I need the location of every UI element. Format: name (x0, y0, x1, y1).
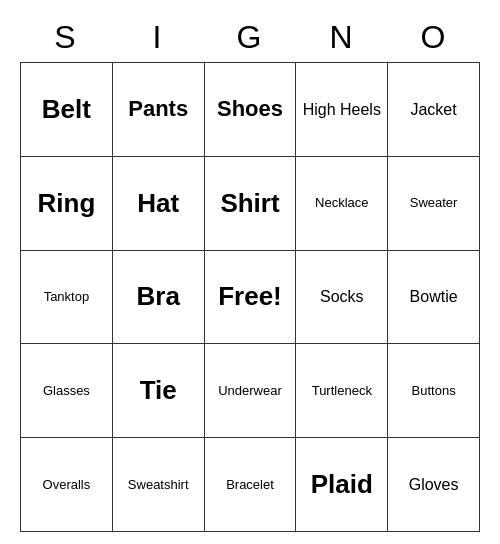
grid-cell[interactable]: Shirt (205, 157, 297, 251)
grid-cell[interactable]: Bra (113, 251, 205, 345)
cell-label: Tie (140, 375, 177, 406)
grid-cell[interactable]: Bowtie (388, 251, 480, 345)
bingo-header: SIGNO (20, 12, 480, 62)
cell-label: Necklace (315, 195, 368, 211)
cell-label: Ring (38, 188, 96, 219)
header-letter: G (204, 12, 296, 62)
cell-label: Plaid (311, 469, 373, 500)
cell-label: Free! (218, 281, 282, 312)
grid-cell[interactable]: Sweater (388, 157, 480, 251)
grid-cell[interactable]: Turtleneck (296, 344, 388, 438)
grid-cell[interactable]: Tie (113, 344, 205, 438)
bingo-card: SIGNO BeltPantsShoesHigh HeelsJacketRing… (20, 12, 480, 532)
cell-label: Pants (128, 96, 188, 122)
cell-label: Belt (42, 94, 91, 125)
cell-label: Glasses (43, 383, 90, 399)
cell-label: Bowtie (410, 287, 458, 306)
cell-label: Gloves (409, 475, 459, 494)
header-letter: I (112, 12, 204, 62)
grid-cell[interactable]: Ring (21, 157, 113, 251)
grid-cell[interactable]: Glasses (21, 344, 113, 438)
cell-label: Sweatshirt (128, 477, 189, 493)
cell-label: Shirt (220, 188, 279, 219)
header-letter: S (20, 12, 112, 62)
cell-label: Bracelet (226, 477, 274, 493)
cell-label: Hat (137, 188, 179, 219)
grid-cell[interactable]: Belt (21, 63, 113, 157)
grid-cell[interactable]: Bracelet (205, 438, 297, 532)
grid-cell[interactable]: Socks (296, 251, 388, 345)
cell-label: Sweater (410, 195, 458, 211)
bingo-grid: BeltPantsShoesHigh HeelsJacketRingHatShi… (20, 62, 480, 532)
cell-label: Socks (320, 287, 364, 306)
grid-cell[interactable]: Plaid (296, 438, 388, 532)
cell-label: Tanktop (44, 289, 90, 305)
cell-label: Buttons (412, 383, 456, 399)
cell-label: Underwear (218, 383, 282, 399)
grid-cell[interactable]: Necklace (296, 157, 388, 251)
grid-cell[interactable]: Hat (113, 157, 205, 251)
grid-cell[interactable]: Overalls (21, 438, 113, 532)
cell-label: Overalls (43, 477, 91, 493)
grid-cell[interactable]: Tanktop (21, 251, 113, 345)
header-letter: O (388, 12, 480, 62)
grid-cell[interactable]: Underwear (205, 344, 297, 438)
cell-label: Shoes (217, 96, 283, 122)
grid-cell[interactable]: Shoes (205, 63, 297, 157)
grid-cell[interactable]: Free! (205, 251, 297, 345)
cell-label: High Heels (303, 100, 381, 119)
cell-label: Turtleneck (312, 383, 372, 399)
grid-cell[interactable]: Jacket (388, 63, 480, 157)
header-letter: N (296, 12, 388, 62)
grid-cell[interactable]: Buttons (388, 344, 480, 438)
grid-cell[interactable]: Pants (113, 63, 205, 157)
grid-cell[interactable]: Sweatshirt (113, 438, 205, 532)
grid-cell[interactable]: Gloves (388, 438, 480, 532)
grid-cell[interactable]: High Heels (296, 63, 388, 157)
cell-label: Bra (137, 281, 180, 312)
cell-label: Jacket (410, 100, 456, 119)
